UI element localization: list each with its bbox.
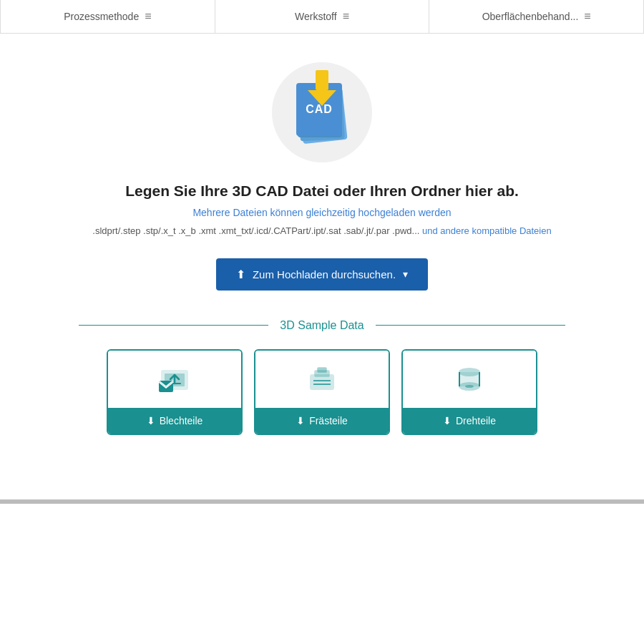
drehteile-icon	[451, 361, 488, 398]
cards-row: ⬇ Blechteile ⬇ Frästeile	[64, 349, 580, 435]
sub-heading: Mehrere Dateien können gleichzeitig hoch…	[192, 207, 451, 218]
upload-button[interactable]: ⬆ Zum Hochladen durchsuchen. ▾	[216, 258, 428, 291]
card-fraesteile[interactable]: ⬇ Frästeile	[254, 349, 390, 435]
cad-stack-icon: CAD	[293, 80, 351, 145]
sample-data-divider: 3D Sample Data	[79, 319, 565, 332]
svg-rect-5	[318, 368, 326, 372]
download-icon-drehteile: ⬇	[443, 415, 452, 426]
fraesteile-icon	[303, 361, 341, 398]
compatible-files-link[interactable]: und andere kompatible Dateien	[422, 225, 552, 236]
extensions-text: .sldprt/.step .stp/.x_t .x_b .xmt .xmt_t…	[92, 224, 551, 238]
hamburger-icon-2: ≡	[584, 10, 590, 23]
nav-label-prozessmethode: Prozessmethode	[64, 11, 139, 22]
main-content: CAD Legen Sie Ihre 3D CAD Datei oder Ihr…	[0, 34, 644, 485]
divider-line-right	[376, 325, 565, 326]
arrow-down-icon	[308, 70, 336, 106]
card-footer-fraesteile: ⬇ Frästeile	[255, 408, 389, 434]
blechteile-icon	[156, 361, 193, 398]
nav-item-oberflaechenbehandlung[interactable]: Oberflächenbehand... ≡	[429, 0, 644, 33]
bottom-separator	[0, 499, 644, 504]
sample-data-label: 3D Sample Data	[280, 319, 364, 332]
upload-button-label: Zum Hochladen durchsuchen.	[253, 268, 396, 280]
card-footer-blechteile: ⬇ Blechteile	[108, 408, 241, 434]
divider-line-left	[79, 325, 268, 326]
chevron-down-icon: ▾	[403, 268, 408, 280]
upload-drop-zone[interactable]: CAD	[272, 62, 372, 162]
nav-label-werkstoff: Werkstoff	[295, 11, 337, 22]
card-icon-area-drehteile	[403, 351, 536, 408]
upload-arrow-icon: ⬆	[236, 268, 245, 281]
card-icon-area-blechteile	[108, 351, 241, 408]
nav-label-oberflaechenbehandlung: Oberflächenbehand...	[482, 11, 579, 22]
card-footer-drehteile: ⬇ Drehteile	[403, 408, 536, 434]
card-blechteile[interactable]: ⬇ Blechteile	[107, 349, 243, 435]
card-label-blechteile: Blechteile	[160, 415, 203, 426]
card-icon-area-fraesteile	[255, 351, 389, 408]
svg-rect-3	[311, 375, 333, 389]
top-nav: Prozessmethode ≡ Werkstoff ≡ Oberflächen…	[0, 0, 644, 34]
extensions-list: .sldprt/.step .stp/.x_t .x_b .xmt .xmt_t…	[92, 225, 419, 236]
hamburger-icon-0: ≡	[145, 10, 151, 23]
hamburger-icon-1: ≡	[343, 10, 349, 23]
card-label-drehteile: Drehteile	[456, 415, 496, 426]
download-icon-blechteile: ⬇	[147, 415, 155, 426]
main-heading: Legen Sie Ihre 3D CAD Datei oder Ihren O…	[125, 182, 519, 200]
svg-point-13	[465, 385, 474, 388]
nav-item-prozessmethode[interactable]: Prozessmethode ≡	[0, 0, 215, 33]
download-icon-fraesteile: ⬇	[296, 415, 305, 426]
card-drehteile[interactable]: ⬇ Drehteile	[401, 349, 537, 435]
card-label-fraesteile: Frästeile	[309, 415, 348, 426]
nav-item-werkstoff[interactable]: Werkstoff ≡	[215, 0, 430, 33]
